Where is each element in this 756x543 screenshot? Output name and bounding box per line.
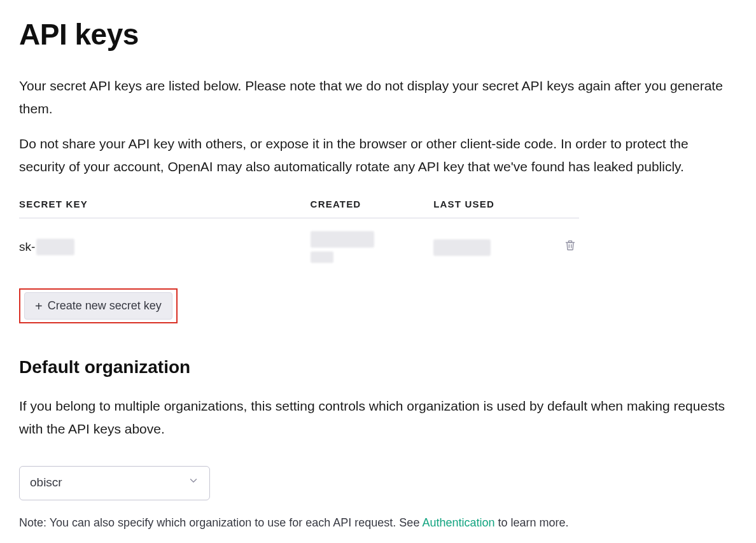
create-key-highlight: + Create new secret key — [19, 288, 178, 323]
table-header-secret: SECRET KEY — [19, 191, 311, 218]
description-paragraph-2: Do not share your API key with others, o… — [19, 132, 732, 178]
plus-icon: + — [35, 300, 43, 313]
organization-selected-value: obiscr — [30, 474, 62, 492]
redacted-created-2 — [311, 251, 333, 263]
table-header-last-used: LAST USED — [433, 191, 557, 218]
table-header-created: CREATED — [311, 191, 434, 218]
delete-key-button[interactable] — [561, 237, 579, 255]
api-keys-table: SECRET KEY CREATED LAST USED sk- — [19, 191, 579, 271]
chevron-down-icon — [188, 474, 199, 492]
secret-key-prefix: sk- — [19, 238, 35, 257]
default-org-description: If you belong to multiple organizations,… — [19, 395, 732, 440]
table-row: sk- — [19, 218, 579, 271]
trash-icon — [564, 239, 577, 253]
create-new-secret-key-label: Create new secret key — [48, 299, 162, 313]
create-new-secret-key-button[interactable]: + Create new secret key — [24, 292, 172, 320]
default-organization-heading: Default organization — [19, 354, 737, 381]
note-prefix: Note: You can also specify which organiz… — [19, 516, 422, 529]
redacted-created — [311, 231, 374, 248]
organization-select[interactable]: obiscr — [19, 466, 210, 500]
description-paragraph-1: Your secret API keys are listed below. P… — [19, 74, 732, 120]
org-note: Note: You can also specify which organiz… — [19, 514, 737, 532]
redacted-secret — [36, 239, 74, 255]
page-title: API keys — [19, 13, 737, 57]
redacted-last-used — [433, 239, 491, 256]
authentication-link[interactable]: Authentication — [422, 516, 494, 529]
note-suffix: to learn more. — [495, 516, 569, 529]
